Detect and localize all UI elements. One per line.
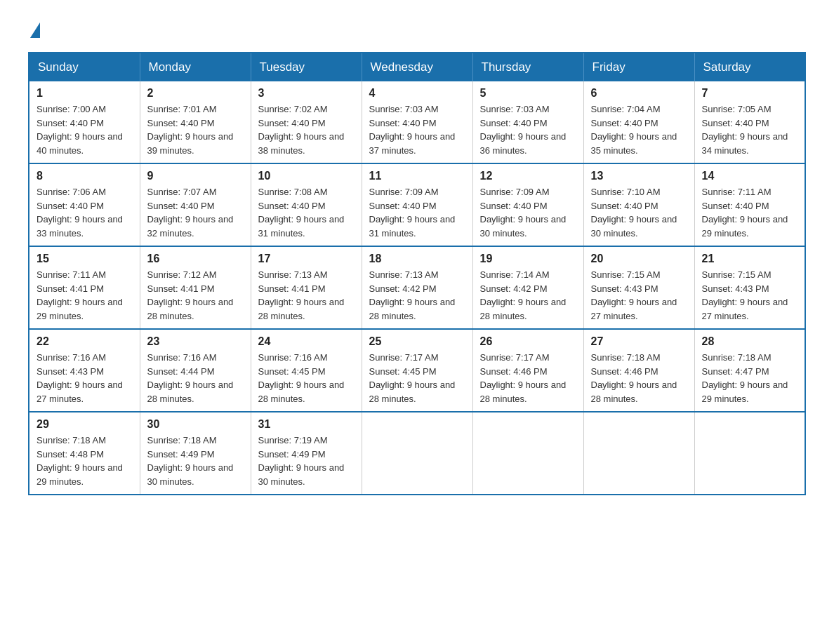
day-number: 22 (37, 335, 133, 348)
day-cell (362, 412, 472, 495)
day-info: Sunrise: 7:14 AMSunset: 4:42 PMDaylight:… (480, 269, 567, 321)
header-friday: Friday (583, 53, 694, 81)
day-cell: 18 Sunrise: 7:13 AMSunset: 4:42 PMDaylig… (362, 246, 472, 329)
week-row-3: 15 Sunrise: 7:11 AMSunset: 4:41 PMDaylig… (29, 246, 805, 329)
day-cell (694, 412, 805, 495)
day-info: Sunrise: 7:17 AMSunset: 4:45 PMDaylight:… (369, 352, 456, 404)
day-number: 30 (147, 418, 244, 431)
week-row-1: 1 Sunrise: 7:00 AMSunset: 4:40 PMDayligh… (29, 81, 805, 163)
day-info: Sunrise: 7:18 AMSunset: 4:49 PMDaylight:… (147, 435, 234, 487)
header-saturday: Saturday (694, 53, 805, 81)
logo-triangle-icon (30, 22, 40, 38)
day-number: 17 (258, 253, 355, 265)
day-number: 11 (369, 170, 465, 182)
day-info: Sunrise: 7:05 AMSunset: 4:40 PMDaylight:… (702, 104, 788, 156)
day-info: Sunrise: 7:03 AMSunset: 4:40 PMDaylight:… (480, 104, 567, 156)
day-cell: 15 Sunrise: 7:11 AMSunset: 4:41 PMDaylig… (29, 246, 140, 329)
day-number: 21 (702, 253, 798, 265)
day-number: 16 (147, 253, 244, 265)
day-cell: 5 Sunrise: 7:03 AMSunset: 4:40 PMDayligh… (472, 81, 583, 163)
page-header (28, 21, 806, 38)
day-cell: 23 Sunrise: 7:16 AMSunset: 4:44 PMDaylig… (140, 329, 251, 412)
day-number: 4 (369, 87, 465, 100)
day-cell: 14 Sunrise: 7:11 AMSunset: 4:40 PMDaylig… (694, 163, 805, 246)
day-number: 19 (480, 253, 576, 265)
day-cell (583, 412, 694, 495)
day-info: Sunrise: 7:09 AMSunset: 4:40 PMDaylight:… (480, 187, 567, 239)
day-cell: 16 Sunrise: 7:12 AMSunset: 4:41 PMDaylig… (140, 246, 251, 329)
day-cell: 3 Sunrise: 7:02 AMSunset: 4:40 PMDayligh… (251, 81, 362, 163)
day-number: 12 (480, 170, 576, 182)
day-cell: 2 Sunrise: 7:01 AMSunset: 4:40 PMDayligh… (140, 81, 251, 163)
day-info: Sunrise: 7:15 AMSunset: 4:43 PMDaylight:… (702, 269, 788, 321)
day-info: Sunrise: 7:16 AMSunset: 4:43 PMDaylight:… (37, 352, 123, 404)
day-number: 13 (591, 170, 687, 182)
day-cell: 17 Sunrise: 7:13 AMSunset: 4:41 PMDaylig… (251, 246, 362, 329)
header-tuesday: Tuesday (251, 53, 362, 81)
day-number: 24 (258, 335, 355, 348)
day-number: 8 (37, 170, 133, 182)
day-info: Sunrise: 7:13 AMSunset: 4:41 PMDaylight:… (258, 269, 345, 321)
day-info: Sunrise: 7:18 AMSunset: 4:46 PMDaylight:… (591, 352, 677, 404)
day-cell: 12 Sunrise: 7:09 AMSunset: 4:40 PMDaylig… (472, 163, 583, 246)
day-cell: 26 Sunrise: 7:17 AMSunset: 4:46 PMDaylig… (472, 329, 583, 412)
day-number: 20 (591, 253, 687, 265)
day-info: Sunrise: 7:11 AMSunset: 4:41 PMDaylight:… (37, 269, 123, 321)
day-cell: 4 Sunrise: 7:03 AMSunset: 4:40 PMDayligh… (362, 81, 472, 163)
calendar-header-row: SundayMondayTuesdayWednesdayThursdayFrid… (29, 53, 805, 81)
header-sunday: Sunday (29, 53, 140, 81)
day-info: Sunrise: 7:00 AMSunset: 4:40 PMDaylight:… (37, 104, 123, 156)
header-wednesday: Wednesday (362, 53, 472, 81)
day-number: 31 (258, 418, 355, 431)
day-number: 28 (702, 335, 798, 348)
day-cell: 28 Sunrise: 7:18 AMSunset: 4:47 PMDaylig… (694, 329, 805, 412)
calendar-table: SundayMondayTuesdayWednesdayThursdayFrid… (28, 52, 806, 495)
day-number: 6 (591, 87, 687, 100)
day-info: Sunrise: 7:08 AMSunset: 4:40 PMDaylight:… (258, 187, 345, 239)
day-cell: 6 Sunrise: 7:04 AMSunset: 4:40 PMDayligh… (583, 81, 694, 163)
day-number: 2 (147, 87, 244, 100)
day-number: 27 (591, 335, 687, 348)
week-row-4: 22 Sunrise: 7:16 AMSunset: 4:43 PMDaylig… (29, 329, 805, 412)
day-number: 7 (702, 87, 798, 100)
day-info: Sunrise: 7:11 AMSunset: 4:40 PMDaylight:… (702, 187, 788, 239)
day-number: 9 (147, 170, 244, 182)
day-cell: 20 Sunrise: 7:15 AMSunset: 4:43 PMDaylig… (583, 246, 694, 329)
day-number: 18 (369, 253, 465, 265)
day-cell: 1 Sunrise: 7:00 AMSunset: 4:40 PMDayligh… (29, 81, 140, 163)
day-number: 15 (37, 253, 133, 265)
day-info: Sunrise: 7:12 AMSunset: 4:41 PMDaylight:… (147, 269, 234, 321)
header-thursday: Thursday (472, 53, 583, 81)
day-number: 14 (702, 170, 798, 182)
day-cell: 21 Sunrise: 7:15 AMSunset: 4:43 PMDaylig… (694, 246, 805, 329)
day-info: Sunrise: 7:19 AMSunset: 4:49 PMDaylight:… (258, 435, 345, 487)
day-cell: 30 Sunrise: 7:18 AMSunset: 4:49 PMDaylig… (140, 412, 251, 495)
day-cell: 13 Sunrise: 7:10 AMSunset: 4:40 PMDaylig… (583, 163, 694, 246)
day-cell (472, 412, 583, 495)
day-info: Sunrise: 7:18 AMSunset: 4:48 PMDaylight:… (37, 435, 123, 487)
day-info: Sunrise: 7:18 AMSunset: 4:47 PMDaylight:… (702, 352, 788, 404)
week-row-2: 8 Sunrise: 7:06 AMSunset: 4:40 PMDayligh… (29, 163, 805, 246)
day-info: Sunrise: 7:13 AMSunset: 4:42 PMDaylight:… (369, 269, 456, 321)
week-row-5: 29 Sunrise: 7:18 AMSunset: 4:48 PMDaylig… (29, 412, 805, 495)
day-number: 5 (480, 87, 576, 100)
day-number: 26 (480, 335, 576, 348)
day-number: 29 (37, 418, 133, 431)
day-info: Sunrise: 7:06 AMSunset: 4:40 PMDaylight:… (37, 187, 123, 239)
day-cell: 7 Sunrise: 7:05 AMSunset: 4:40 PMDayligh… (694, 81, 805, 163)
day-cell: 27 Sunrise: 7:18 AMSunset: 4:46 PMDaylig… (583, 329, 694, 412)
day-cell: 19 Sunrise: 7:14 AMSunset: 4:42 PMDaylig… (472, 246, 583, 329)
day-number: 10 (258, 170, 355, 182)
header-monday: Monday (140, 53, 251, 81)
day-cell: 11 Sunrise: 7:09 AMSunset: 4:40 PMDaylig… (362, 163, 472, 246)
day-info: Sunrise: 7:16 AMSunset: 4:45 PMDaylight:… (258, 352, 345, 404)
day-cell: 25 Sunrise: 7:17 AMSunset: 4:45 PMDaylig… (362, 329, 472, 412)
day-info: Sunrise: 7:03 AMSunset: 4:40 PMDaylight:… (369, 104, 456, 156)
day-cell: 29 Sunrise: 7:18 AMSunset: 4:48 PMDaylig… (29, 412, 140, 495)
day-info: Sunrise: 7:15 AMSunset: 4:43 PMDaylight:… (591, 269, 677, 321)
day-number: 25 (369, 335, 465, 348)
day-info: Sunrise: 7:16 AMSunset: 4:44 PMDaylight:… (147, 352, 234, 404)
day-info: Sunrise: 7:04 AMSunset: 4:40 PMDaylight:… (591, 104, 677, 156)
day-info: Sunrise: 7:10 AMSunset: 4:40 PMDaylight:… (591, 187, 677, 239)
day-info: Sunrise: 7:17 AMSunset: 4:46 PMDaylight:… (480, 352, 567, 404)
